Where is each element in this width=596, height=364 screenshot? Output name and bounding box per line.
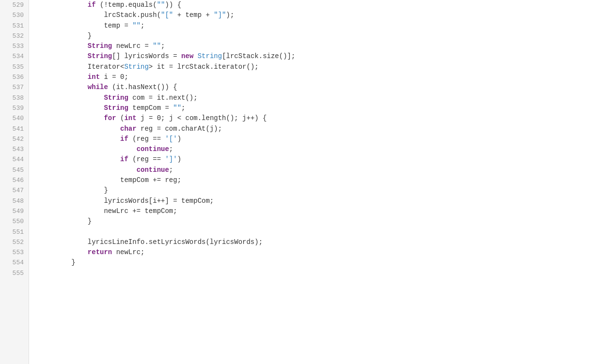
code-token	[39, 1, 88, 9]
code-line: while (it.hasNext()) {	[39, 82, 596, 92]
code-token: (reg ==	[128, 155, 165, 163]
code-token: newLrc;	[112, 248, 144, 256]
code-token-keyword: return	[88, 248, 112, 256]
line-number: 552	[5, 237, 24, 247]
code-line: newLrc += tempCom;	[39, 206, 596, 216]
code-token-keyword: ']'	[165, 155, 177, 163]
code-token: > it = lrcStack.iterator();	[149, 63, 259, 71]
code-token: }	[39, 32, 92, 40]
code-token-keyword: String	[104, 94, 128, 102]
code-token-keyword: String	[88, 42, 112, 50]
line-number: 540	[5, 113, 24, 123]
code-token: tempCom += reg;	[39, 176, 181, 184]
code-token-keyword: for	[104, 114, 116, 122]
code-line: }	[39, 258, 596, 268]
code-token	[39, 145, 137, 153]
line-number: 532	[5, 31, 24, 41]
code-token: ;	[161, 42, 165, 50]
code-token	[39, 42, 88, 50]
code-token-keyword: while	[88, 83, 108, 91]
code-token: ;	[141, 22, 144, 30]
line-number: 529	[5, 0, 24, 10]
code-line	[39, 227, 596, 237]
code-token-keyword: "["	[161, 11, 173, 19]
code-token-keyword: String	[88, 52, 112, 60]
code-line	[39, 268, 596, 278]
line-number: 541	[5, 124, 24, 134]
code-token: (	[116, 114, 125, 122]
line-number: 554	[5, 258, 24, 268]
code-token	[39, 73, 88, 81]
code-line: if (reg == ']')	[39, 154, 596, 165]
code-token	[193, 52, 197, 60]
line-number: 551	[5, 227, 24, 237]
code-line: }	[39, 31, 596, 41]
code-token	[39, 52, 88, 60]
code-token: lyricsWords[i++] = tempCom;	[39, 197, 214, 205]
code-line: return newLrc;	[39, 247, 596, 258]
code-token: ;	[181, 104, 185, 112]
code-token: lrcStack.push(	[39, 11, 161, 19]
code-token: + temp +	[173, 11, 214, 19]
code-line: continue;	[39, 144, 596, 154]
code-token: reg = com.charAt(j);	[137, 125, 222, 133]
code-token: tempCom =	[128, 104, 173, 112]
line-number: 535	[5, 62, 24, 72]
code-token: com = it.next();	[128, 94, 198, 102]
code-token: (!temp.equals(	[96, 1, 157, 9]
line-number: 547	[5, 185, 24, 196]
code-token: (reg ==	[128, 135, 165, 143]
code-line: temp = "";	[39, 21, 596, 31]
code-token: )	[177, 135, 181, 143]
code-token	[39, 135, 120, 143]
line-number: 546	[5, 175, 24, 185]
line-number: 549	[5, 206, 24, 216]
line-number: 544	[5, 154, 24, 165]
code-token-keyword: "]"	[214, 11, 226, 19]
code-token-keyword: ""	[153, 42, 161, 50]
code-token: ;	[169, 145, 173, 153]
code-line: for (int j = 0; j < com.length(); j++) {	[39, 113, 596, 123]
code-token-keyword: int	[88, 73, 100, 81]
code-token: }	[39, 217, 92, 225]
code-line: String newLrc = "";	[39, 41, 596, 51]
code-token-keyword: if	[120, 155, 128, 163]
code-token	[39, 125, 120, 133]
code-token	[39, 94, 104, 102]
code-token-keyword: String	[124, 63, 148, 71]
code-token: j = 0; j < com.length(); j++) {	[137, 114, 267, 122]
code-token	[39, 155, 120, 163]
line-number: 553	[5, 247, 24, 258]
code-token: i = 0;	[100, 73, 128, 81]
code-token	[39, 83, 88, 91]
line-number: 548	[5, 196, 24, 206]
code-token-keyword: continue	[137, 145, 169, 153]
code-token-keyword: if	[88, 1, 96, 9]
code-token: [lrcStack.size()];	[222, 52, 295, 60]
line-number: 543	[5, 144, 24, 154]
line-number: 538	[5, 93, 24, 103]
code-token: temp =	[39, 22, 132, 30]
code-token: )	[177, 155, 181, 163]
code-line: tempCom += reg;	[39, 175, 596, 185]
line-number: 542	[5, 134, 24, 144]
code-token	[39, 248, 88, 256]
code-token: newLrc += tempCom;	[39, 207, 177, 215]
code-token-keyword: char	[120, 125, 137, 133]
code-line: String com = it.next();	[39, 93, 596, 103]
code-token: [] lyricsWords =	[112, 52, 181, 60]
code-line: if (!temp.equals("")) {	[39, 0, 596, 10]
line-number: 536	[5, 72, 24, 82]
line-number: 555	[5, 268, 24, 278]
line-number: 550	[5, 216, 24, 227]
code-token: }	[39, 186, 108, 194]
line-number: 533	[5, 41, 24, 51]
code-line: }	[39, 185, 596, 196]
line-numbers: 5295305315325335345355365375385395405415…	[0, 0, 29, 364]
code-container: 5295305315325335345355365375385395405415…	[0, 0, 596, 364]
code-token-keyword: ""	[157, 1, 165, 9]
code-token: newLrc =	[112, 42, 153, 50]
code-area[interactable]: if (!temp.equals("")) { lrcStack.push("[…	[29, 0, 596, 364]
code-line: lyricsLineInfo.setLyricsWords(lyricsWord…	[39, 237, 596, 247]
code-token-keyword: String	[198, 52, 222, 60]
